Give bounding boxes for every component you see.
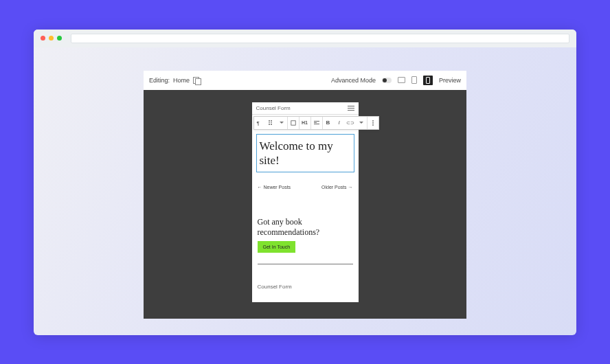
- editor-viewport: Editing: Home Advanced Mode Preview: [34, 47, 576, 332]
- block-toolbar: H1 B I ⊂⊃: [253, 116, 379, 130]
- heading-level-button[interactable]: H1: [300, 117, 310, 129]
- older-posts-link[interactable]: Older Posts →: [321, 185, 353, 190]
- posts-navigation: ← Newer Posts Older Posts →: [252, 177, 359, 202]
- url-bar[interactable]: [71, 34, 569, 43]
- site-header: Counsel Form: [252, 102, 359, 115]
- desktop-view-icon[interactable]: [398, 77, 405, 83]
- window-close-icon[interactable]: [41, 36, 45, 41]
- italic-button[interactable]: I: [334, 117, 345, 129]
- toolbar-left: Editing: Home: [149, 77, 201, 84]
- link-button[interactable]: ⊂⊃: [345, 117, 356, 129]
- toolbar-right: Advanced Mode Preview: [331, 76, 461, 85]
- window-maximize-icon[interactable]: [57, 36, 62, 41]
- align-button[interactable]: [311, 117, 322, 129]
- mobile-preview-canvas: Counsel Form H1: [252, 102, 359, 303]
- page-name[interactable]: Home: [173, 77, 190, 84]
- drag-handle-icon[interactable]: [265, 117, 276, 129]
- editor-canvas-backdrop: Counsel Form H1: [144, 90, 466, 319]
- transform-button[interactable]: [288, 117, 299, 129]
- mobile-icon: [426, 77, 430, 84]
- svg-rect-0: [291, 120, 295, 124]
- more-rich-text-icon[interactable]: [356, 117, 367, 129]
- browser-chrome: [34, 30, 576, 47]
- block-type-button[interactable]: [254, 117, 265, 129]
- block-options-button[interactable]: [368, 117, 379, 129]
- move-chevron-icon[interactable]: [276, 117, 287, 129]
- advanced-mode-label: Advanced Mode: [331, 77, 376, 84]
- browser-window: Editing: Home Advanced Mode Preview: [34, 30, 576, 335]
- window-minimize-icon[interactable]: [49, 36, 54, 41]
- toggle-thumb: [383, 78, 387, 82]
- template-icon[interactable]: [193, 77, 201, 84]
- heading-block[interactable]: Welcome to my site!: [256, 134, 354, 173]
- bold-button[interactable]: B: [323, 117, 334, 129]
- site-footer-brand[interactable]: Counsel Form: [252, 270, 359, 302]
- advanced-mode-toggle[interactable]: [382, 78, 392, 83]
- mobile-view-button[interactable]: [423, 76, 433, 85]
- divider: [258, 264, 353, 264]
- hamburger-menu-icon[interactable]: [348, 106, 354, 111]
- footer-heading[interactable]: Got any book recommendations?: [258, 217, 353, 238]
- tablet-view-icon[interactable]: [411, 76, 417, 84]
- editor-toolbar: Editing: Home Advanced Mode Preview: [144, 71, 466, 90]
- footer-section: Got any book recommendations? Get In Tou…: [252, 202, 359, 258]
- editing-label: Editing:: [149, 77, 170, 84]
- newer-posts-link[interactable]: ← Newer Posts: [258, 185, 291, 190]
- site-title[interactable]: Counsel Form: [256, 105, 291, 111]
- preview-button[interactable]: Preview: [439, 77, 461, 84]
- cta-button[interactable]: Get In Touch: [258, 241, 296, 253]
